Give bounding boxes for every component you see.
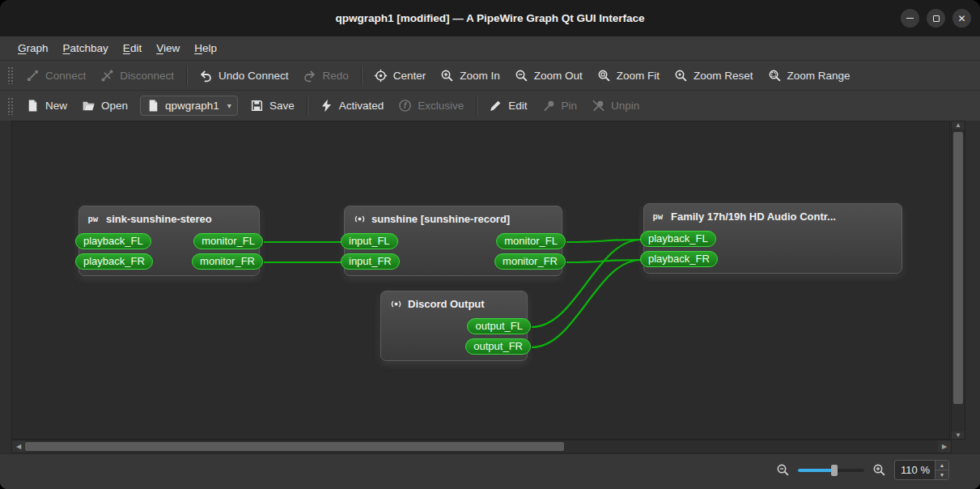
edit-icon [489,99,503,113]
zoom-fit-label: Zoom Fit [617,70,660,82]
center-button[interactable]: Center [367,65,434,87]
port-input_FR[interactable]: input_FR [341,253,400,270]
connect-button[interactable]: Connect [19,65,93,87]
menu-graph[interactable]: Graph [11,40,56,57]
zoom-slider[interactable] [798,464,864,477]
port-playback_FR[interactable]: playback_FR [75,253,153,270]
patchbay-file-combo[interactable]: qpwgraph1▾ [140,96,238,116]
svg-text:pw: pw [652,211,663,222]
node-family-audio[interactable]: pwFamily 17h/19h HD Audio Contr...playba… [643,203,902,274]
zoom-in-icon[interactable] [872,463,886,477]
zoom-out-icon[interactable] [776,463,790,477]
port-playback_FL[interactable]: playback_FL [75,233,151,249]
scroll-left-arrow-icon[interactable]: ◀ [12,440,25,453]
zoom-reset-label: Zoom Reset [694,70,753,82]
save-icon [250,99,264,113]
unpin-button[interactable]: Unpin [584,95,647,117]
toolbar-separator [186,66,187,85]
edit-patchbay-button[interactable]: Edit [482,95,534,117]
zoom-spinbox[interactable]: 110 % ▲ ▼ [894,460,949,480]
spin-down-icon[interactable]: ▼ [935,470,948,480]
scroll-up-arrow-icon[interactable]: ▲ [952,121,965,129]
node-title: sunshine [sunshine-record] [371,213,510,225]
toolbar-file: NewOpenqpwgraph1▾SaveActivatedfExclusive… [0,90,980,121]
menu-view[interactable]: View [149,40,187,57]
port-monitor_FR[interactable]: monitor_FR [192,253,263,270]
pin-label: Pin [562,100,578,112]
zoom-in-button[interactable]: Zoom In [433,65,507,87]
horizontal-scroll-row: ◀ ▶ [0,440,980,453]
port-playback_FL[interactable]: playback_FL [640,231,716,247]
toolbar-grip[interactable] [7,97,13,115]
scroll-right-arrow-icon[interactable]: ▶ [938,440,951,453]
zoom-range-button[interactable]: Zoom Range [761,65,858,87]
new-button[interactable]: New [19,95,74,117]
new-label: New [45,100,67,112]
zoom-reset-button[interactable]: Zoom Reset [667,65,761,87]
maximize-button[interactable] [927,9,945,28]
zoom-fit-icon [597,69,611,83]
undo-connect-label: Undo Connect [218,70,288,82]
graph-row: pwsink-sunshine-stereoplayback_FLplaybac… [0,121,980,440]
toolbar-grip[interactable] [7,66,13,84]
redo-label: Redo [322,70,348,82]
port-output_FR[interactable]: output_FR [465,338,531,355]
zoom-in-icon [440,69,454,83]
open-icon [82,99,95,113]
horizontal-scroll-track[interactable] [25,440,938,453]
save-button[interactable]: Save [243,95,302,117]
svg-text:pw: pw [87,214,98,224]
minimize-button[interactable] [901,9,919,28]
connect-icon [26,69,40,83]
zoom-value: 110 % [895,461,935,479]
open-button[interactable]: Open [74,95,135,117]
edit-patchbay-label: Edit [508,100,527,112]
node-discord-output[interactable]: Discord Outputoutput_FLoutput_FR [380,291,528,361]
titlebar[interactable]: qpwgraph1 [modified] — A PipeWire Graph … [0,0,980,36]
node-sunshine[interactable]: sunshine [sunshine-record]input_FLinput_… [344,206,562,276]
exclusive-button[interactable]: fExclusive [391,95,471,117]
redo-button[interactable]: Redo [295,65,355,87]
node-header: sunshine [sunshine-record] [345,206,562,229]
node-title: sink-sunshine-stereo [106,213,212,225]
zoom-in-label: Zoom In [460,70,500,82]
connection-wire[interactable] [566,260,641,262]
zoom-fit-button[interactable]: Zoom Fit [590,65,667,87]
port-monitor_FL[interactable]: monitor_FL [496,233,566,249]
horizontal-scroll-handle[interactable] [25,442,564,451]
node-sink-sunshine-stereo[interactable]: pwsink-sunshine-stereoplayback_FLplaybac… [78,206,260,276]
vertical-scroll-handle[interactable] [953,132,963,405]
menu-edit[interactable]: Edit [116,40,149,57]
horizontal-scrollbar[interactable]: ◀ ▶ [11,440,952,453]
graph-canvas[interactable]: pwsink-sunshine-stereoplayback_FLplaybac… [11,121,950,440]
zoom-reset-icon [674,69,688,83]
maximize-icon [933,15,940,22]
zoom-out-icon [515,69,528,83]
port-playback_FR[interactable]: playback_FR [640,251,718,267]
zoom-out-button[interactable]: Zoom Out [507,65,590,87]
disconnect-button[interactable]: Disconnect [93,65,181,87]
connection-wire[interactable] [566,240,641,242]
app-window: qpwgraph1 [modified] — A PipeWire Graph … [0,0,980,489]
toolbar-separator [361,66,362,85]
center-label: Center [393,70,426,82]
vertical-scrollbar[interactable]: ▲ ▼ [951,121,965,440]
port-output_FL[interactable]: output_FL [467,318,531,334]
port-monitor_FR[interactable]: monitor_FR [494,253,566,270]
scroll-down-arrow-icon[interactable]: ▼ [952,432,965,439]
exclusive-label: Exclusive [418,100,464,112]
undo-connect-button[interactable]: Undo Connect [192,65,295,87]
port-input_FL[interactable]: input_FL [341,233,398,249]
close-button[interactable]: ✕ [952,9,971,28]
port-monitor_FL[interactable]: monitor_FL [193,233,263,249]
activated-button[interactable]: Activated [312,95,392,117]
vertical-scroll-track[interactable] [952,129,965,432]
pin-button[interactable]: Pin [535,95,585,117]
scrollbar-corner [952,440,965,453]
node-header: pwsink-sunshine-stereo [79,206,259,229]
spin-up-icon[interactable]: ▲ [935,461,948,470]
zoom-slider-handle[interactable] [831,465,838,476]
menu-patchbay[interactable]: Patchbay [56,40,116,57]
menu-help[interactable]: Help [187,40,224,57]
pipewire-icon: pw [652,210,666,223]
